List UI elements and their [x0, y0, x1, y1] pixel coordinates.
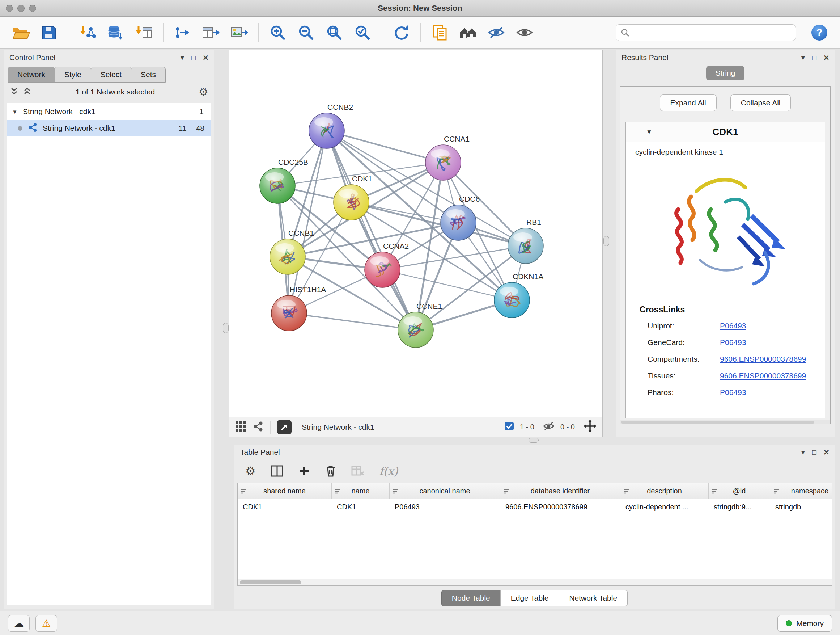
column-header[interactable]: database identifier [500, 483, 621, 499]
tab-string[interactable]: String [706, 66, 745, 80]
tab-sets[interactable]: Sets [131, 67, 166, 82]
column-header[interactable]: description [621, 483, 709, 499]
network-collection-row[interactable]: ▼ String Network - cdk1 1 [7, 103, 211, 120]
zoom-selected-button[interactable] [351, 21, 374, 44]
table-cell[interactable]: P06493 [390, 499, 500, 515]
table-cell[interactable]: 9606.ENSP00000378699 [500, 499, 621, 515]
graph-edge-HIST1H1A-CCNE1 [289, 313, 416, 330]
apply-layout-button[interactable] [389, 21, 413, 44]
section-collapse-icon[interactable]: ▼ [646, 128, 652, 136]
import-table-button[interactable] [132, 21, 156, 44]
help-button[interactable]: ? [807, 21, 831, 44]
panel-float-icon[interactable]: □ [812, 448, 816, 456]
graph-node-CCNA1[interactable]: CCNA1 [425, 135, 470, 180]
save-session-button[interactable] [37, 21, 61, 44]
graph-node-label: CDC25B [278, 158, 308, 166]
import-table-icon [135, 25, 153, 41]
table-cell[interactable]: stringdb:9... [709, 499, 770, 515]
gear-icon[interactable]: ⚙ [199, 87, 208, 97]
tree-expand-icon[interactable]: ▼ [7, 109, 23, 115]
graph-node-HIST1H1A[interactable]: HIST1H1A [271, 285, 326, 331]
vertical-splitter-left[interactable] [223, 323, 229, 333]
panel-float-icon[interactable]: □ [191, 54, 196, 61]
table-cell[interactable]: CDK1 [332, 499, 390, 515]
expand-all-tree-icon[interactable] [9, 87, 19, 98]
graph-node-CDK1[interactable]: CDK1 [333, 174, 372, 220]
tab-network[interactable]: Network [8, 67, 55, 82]
panel-close-icon[interactable]: × [824, 448, 829, 457]
expand-all-button[interactable]: Expand All [660, 95, 717, 111]
crosslink-label: Pharos: [626, 388, 720, 397]
network-view-icon[interactable] [253, 421, 264, 433]
tab-edge-table[interactable]: Edge Table [500, 590, 559, 606]
open-session-button[interactable] [9, 21, 33, 44]
cloud-button[interactable]: ☁ [8, 615, 30, 632]
export-table-button[interactable] [199, 21, 223, 44]
string-document-button[interactable] [428, 21, 452, 44]
hide-selected-button[interactable] [485, 21, 508, 44]
show-all-button[interactable] [513, 21, 537, 44]
table-horizontal-scrollbar[interactable] [238, 579, 832, 585]
tab-style[interactable]: Style [55, 67, 91, 82]
delete-column-icon[interactable] [325, 465, 336, 477]
column-header[interactable]: shared name [238, 483, 332, 499]
new-network-from-selection-button[interactable] [171, 21, 195, 44]
panel-menu-icon[interactable]: ▾ [801, 448, 805, 456]
collapse-all-button[interactable]: Collapse All [730, 95, 791, 111]
column-header[interactable]: @id [709, 483, 770, 499]
graph-node-CCNA2[interactable]: CCNA2 [365, 242, 409, 287]
zoom-fit-button[interactable] [322, 21, 346, 44]
column-header[interactable]: canonical name [390, 483, 500, 499]
tab-select[interactable]: Select [91, 67, 131, 82]
column-header[interactable]: namespace [770, 483, 832, 499]
panel-float-icon[interactable]: □ [812, 54, 816, 61]
zoom-out-button[interactable] [294, 21, 318, 44]
table-cell[interactable]: CDK1 [238, 499, 332, 515]
panel-close-icon[interactable]: × [824, 53, 829, 62]
warnings-button[interactable]: ⚠ [35, 615, 57, 632]
network-canvas[interactable]: CCNB2CCNA1CDC25BCDK1CDC6RB1CCNB1CCNA2CDK… [229, 50, 602, 417]
memory-button[interactable]: Memory [777, 615, 832, 632]
table-row[interactable]: CDK1 CDK1 P06493 9606.ENSP00000378699 cy… [238, 499, 832, 515]
hidden-eye-slash-icon[interactable] [542, 421, 555, 433]
search-input[interactable] [616, 24, 796, 41]
results-scrollbar[interactable] [621, 420, 830, 424]
panel-close-icon[interactable]: × [203, 53, 208, 62]
panel-menu-icon[interactable]: ▾ [180, 54, 184, 61]
graph-node-RB1[interactable]: RB1 [508, 218, 543, 264]
birdseye-view-button[interactable] [277, 420, 292, 434]
crosslink-link[interactable]: 9606.ENSP00000378699 [720, 355, 806, 363]
crosslink-link[interactable]: P06493 [720, 388, 746, 397]
home-button[interactable] [456, 21, 480, 44]
show-columns-icon[interactable] [271, 465, 283, 477]
tab-network-table[interactable]: Network Table [559, 590, 628, 606]
column-header[interactable]: name [332, 483, 390, 499]
export-image-button[interactable] [227, 21, 251, 44]
pan-crosshair-icon[interactable] [584, 420, 597, 434]
graph-node-CDC25B[interactable]: CDC25B [260, 158, 308, 203]
network-row[interactable]: String Network - cdk1 11 48 [7, 120, 211, 136]
crosslink-link[interactable]: P06493 [720, 321, 746, 330]
collapse-all-tree-icon[interactable] [22, 87, 32, 98]
add-column-icon[interactable] [298, 465, 310, 477]
graph-node-label: CDK1 [352, 174, 372, 183]
zoom-out-icon [298, 24, 314, 41]
selected-node-edge-counts: 1 - 0 [520, 423, 534, 431]
panel-menu-icon[interactable]: ▾ [801, 54, 805, 61]
import-network-from-database-button[interactable] [104, 21, 128, 44]
table-cell[interactable]: cyclin-dependent ... [621, 499, 709, 515]
table-cell[interactable]: stringdb [770, 499, 832, 515]
selected-checkbox-icon[interactable] [504, 421, 515, 433]
function-builder-button[interactable]: f(x) [379, 465, 398, 478]
vertical-splitter-right[interactable] [603, 236, 609, 246]
crosslink-link[interactable]: P06493 [720, 338, 746, 347]
crosslink-link[interactable]: 9606.ENSP00000378699 [720, 371, 806, 380]
grid-view-icon[interactable] [235, 421, 246, 434]
column-type-icon [335, 488, 341, 496]
table-settings-gear-icon[interactable]: ⚙ [245, 464, 256, 478]
scrollbar-thumb[interactable] [240, 580, 302, 584]
zoom-in-button[interactable] [266, 21, 290, 44]
import-network-from-file-button[interactable] [76, 21, 99, 44]
horizontal-splitter[interactable] [529, 438, 538, 443]
tab-node-table[interactable]: Node Table [441, 590, 501, 606]
